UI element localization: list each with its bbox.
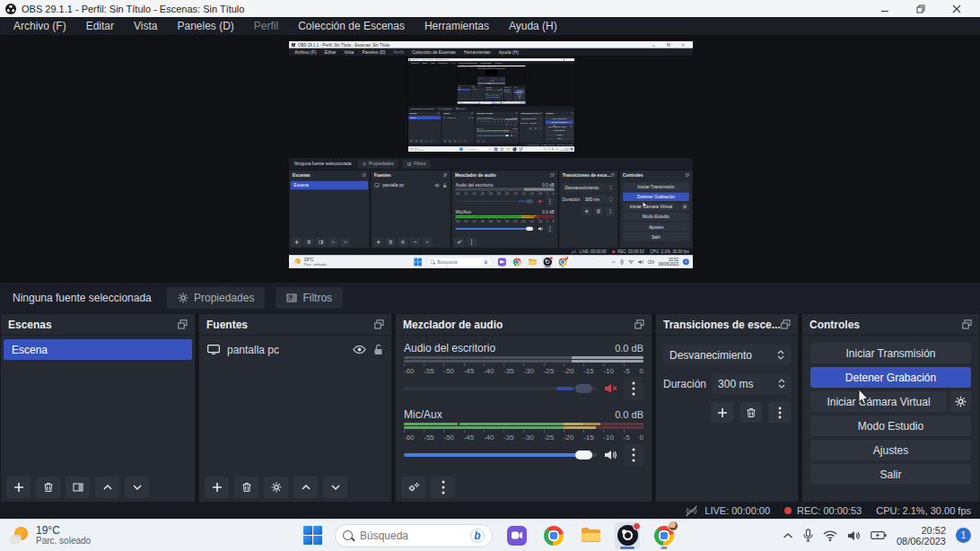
meter-tick-label: -60: [477, 120, 478, 122]
scene-filters-button[interactable]: [66, 477, 90, 498]
popout-icon[interactable]: [962, 319, 972, 329]
transition-options-button[interactable]: [768, 402, 791, 423]
menu-item[interactable]: Editar: [76, 17, 124, 36]
filter-icon: [286, 293, 297, 303]
selected-source-bar: Ninguna fuente seleccionada Propiedades …: [408, 106, 574, 111]
source-properties-button[interactable]: [264, 477, 288, 498]
meter-tick-label: -20: [503, 132, 505, 134]
taskbar-chrome-profile-icon[interactable]: [652, 522, 677, 549]
volume-slider: [489, 79, 494, 80]
microphone-icon[interactable]: [803, 529, 813, 542]
volume-slider[interactable]: [404, 380, 597, 397]
mute-button[interactable]: [603, 450, 617, 460]
popout-icon[interactable]: [178, 319, 188, 329]
taskbar-chrome-icon[interactable]: [541, 522, 566, 549]
popout-icon[interactable]: [781, 319, 791, 329]
properties-button[interactable]: Propiedades: [167, 287, 265, 309]
tray-chevron-up-icon[interactable]: [783, 532, 793, 539]
speaker-tray-icon[interactable]: [847, 530, 861, 541]
add-scene-button[interactable]: [6, 477, 31, 498]
spin-down-icon[interactable]: [778, 384, 785, 389]
scenes-toolbar: [289, 236, 369, 248]
advanced-audio-button[interactable]: [401, 477, 425, 498]
remove-transition-button[interactable]: [739, 402, 762, 423]
start-virtual-camera-button[interactable]: Iniciar Cámara Virtual: [810, 391, 947, 412]
scene-down-button[interactable]: [125, 477, 149, 498]
scene-item-selected[interactable]: Escena: [4, 339, 192, 360]
notification-badge[interactable]: 1: [956, 528, 971, 543]
mute-button-muted[interactable]: [603, 383, 617, 394]
taskbar-video-app-icon[interactable]: [504, 522, 529, 549]
settings-button[interactable]: Ajustes: [810, 440, 971, 460]
menu-item[interactable]: Herramientas: [415, 17, 499, 36]
channel-options-button[interactable]: [624, 377, 643, 400]
taskbar-file-explorer-icon[interactable]: [578, 522, 603, 549]
slider-handle[interactable]: [575, 384, 592, 393]
meter-tick-label: -5: [546, 220, 548, 223]
search-input: [436, 259, 480, 266]
menu-item[interactable]: Archivo (F): [4, 17, 76, 36]
search-input[interactable]: [358, 529, 465, 543]
taskbar-weather-widget[interactable]: 19°C Parc. soleado: [9, 525, 91, 547]
start-button[interactable]: [303, 526, 323, 546]
taskbar-obs-icon[interactable]: [615, 522, 640, 549]
visibility-eye-icon[interactable]: [353, 345, 366, 354]
source-up-button[interactable]: [293, 477, 318, 498]
popout-icon[interactable]: [634, 319, 644, 329]
remove-transition-button: [499, 80, 500, 81]
source-down-button[interactable]: [323, 477, 347, 498]
taskbar-clock[interactable]: 20:52 08/06/2023: [897, 525, 946, 547]
scene-up-button[interactable]: [95, 477, 119, 498]
audio-mixer-panel: Mezclador de audio Audio del escritorio …: [475, 111, 519, 144]
meter-tick-label: -20: [503, 120, 505, 122]
title-bar: OBS 29.1.1 - Perfil: Sin Título - Escena…: [477, 68, 505, 69]
menu-item: Ayuda (H): [494, 48, 522, 57]
minimize-button[interactable]: [867, 0, 903, 17]
start-streaming-button[interactable]: Iniciar Transmisión: [810, 343, 971, 363]
controls-panel: Controles Iniciar Transmisión Detener Gr…: [513, 87, 526, 101]
menu-item[interactable]: Colección de Escenas: [288, 17, 415, 36]
menu-item[interactable]: Ayuda (H): [499, 17, 567, 36]
notification-badge: 1: [571, 148, 573, 151]
add-transition-button[interactable]: [711, 402, 733, 423]
popout-icon: [524, 88, 525, 89]
channel-options-button[interactable]: [624, 443, 643, 467]
virtual-camera-settings-button[interactable]: [949, 391, 971, 412]
spin-up-icon[interactable]: [778, 379, 785, 383]
menu-item[interactable]: Perfil: [244, 17, 288, 36]
transition-select[interactable]: Desvanecimiento: [663, 345, 791, 365]
battery-icon[interactable]: [871, 530, 887, 540]
add-source-button[interactable]: [205, 477, 229, 498]
wifi-icon[interactable]: [823, 530, 837, 541]
unlock-icon[interactable]: [373, 344, 383, 355]
filters-button[interactable]: Filtros: [276, 287, 343, 309]
kebab-menu-icon: [540, 127, 541, 129]
remove-source-button[interactable]: [234, 477, 258, 498]
channel-name: Audio del escritorio: [486, 89, 492, 90]
mixer-options-button[interactable]: [431, 477, 455, 498]
exit-button[interactable]: Salir: [810, 464, 971, 485]
close-button[interactable]: [939, 0, 975, 17]
duration-label: Duración: [503, 92, 506, 92]
menu-item[interactable]: Vista: [124, 17, 167, 36]
slider-handle[interactable]: [575, 450, 592, 459]
battery-icon: [556, 148, 558, 150]
advanced-audio-button: [454, 238, 464, 247]
popout-icon: [516, 112, 518, 114]
preview-canvas[interactable]: OBS 29.1.1 - Perfil: Sin Título - Escena…: [0, 36, 980, 283]
source-item[interactable]: pantalla pc: [199, 339, 391, 360]
taskbar-search[interactable]: b: [335, 524, 493, 547]
popout-icon[interactable]: [374, 319, 384, 329]
chrome-icon: [503, 102, 504, 104]
chevron-down-icon: [540, 118, 541, 119]
gear-icon: [524, 93, 525, 94]
remove-scene-button[interactable]: [36, 477, 60, 498]
menu-item[interactable]: Paneles (D): [168, 17, 244, 36]
add-scene-button: [477, 82, 478, 83]
duration-spinbox[interactable]: 300 ms: [713, 373, 791, 394]
volume-slider[interactable]: [404, 447, 597, 463]
controls-body: Iniciar Transmisión Detener Grabación In…: [545, 115, 574, 143]
studio-mode-button[interactable]: Modo Estudio: [810, 415, 971, 436]
restore-button[interactable]: [903, 0, 939, 17]
stop-recording-button[interactable]: Detener Grabación: [810, 367, 971, 388]
